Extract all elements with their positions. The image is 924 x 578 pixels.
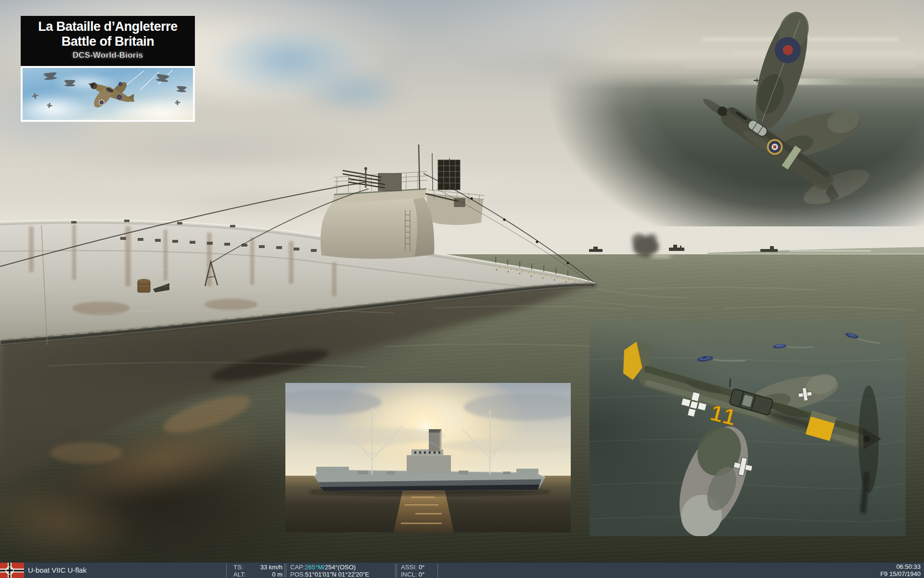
mission-time: 06:50:33 (880, 563, 921, 570)
clock-block: 06:50:33 F9 15/07/1940 (880, 563, 921, 578)
port-wing (745, 7, 818, 135)
spitfire-aircraft (544, 0, 924, 226)
banner-title-french: La Bataille d’Angleterre (21, 16, 195, 34)
ts-value: 33 km/h (260, 564, 282, 571)
alt-value: 0 m (272, 571, 282, 578)
spinner (718, 106, 727, 116)
telemetry-cluster: TS:33 km/h ALT:0 m CAP:265°M/254°(OSO) P… (226, 563, 438, 578)
alt-label: ALT: (233, 571, 245, 578)
cap-magnetic-value: 265°M/ (305, 564, 324, 571)
painting-aircraft (23, 68, 193, 118)
conning-tower (321, 144, 484, 259)
heading-position-column: CAP:265°M/254°(OSO) POS:51°01'01"N 01°22… (286, 563, 395, 578)
spitfire-inset-image (544, 0, 924, 226)
roundel-red (783, 45, 793, 55)
incl-value: 0° (419, 571, 424, 578)
bf109-inset-image: 11 (590, 321, 906, 536)
cargo-ship-inset-image (285, 383, 571, 532)
mission-date: 15/07/1940 (889, 570, 921, 578)
painting-spitfire (81, 68, 140, 118)
incl-label: INCL: (401, 571, 417, 578)
assi-label: ASSI: (401, 564, 417, 571)
kriegsmarine-flag-icon (0, 563, 24, 578)
radar-antenna (438, 160, 460, 190)
view-mode: F9 (880, 570, 887, 578)
cap-true-value: 254°(OSO) (325, 564, 356, 571)
cargo-ship-scene (285, 383, 571, 532)
u-boat (0, 144, 596, 345)
banner-subtitle: DCS-World-Bioris (21, 51, 195, 60)
divider (437, 564, 438, 578)
banner-painting (23, 68, 193, 120)
unit-name-label: U-boat VIIC U-flak (28, 563, 87, 578)
ts-label: TS: (233, 564, 243, 571)
banner-title-block: La Bataille d’Angleterre Battle of Brita… (21, 16, 195, 66)
fuselage-roundel (767, 139, 783, 155)
cap-label: CAP: (290, 564, 305, 571)
mission-banner: La Bataille d’Angleterre Battle of Brita… (21, 16, 195, 122)
shell-smoke (632, 234, 672, 258)
bf109-scene: 11 (590, 321, 906, 536)
banner-art-frame (21, 66, 195, 122)
banner-title-english: Battle of Britain (21, 34, 195, 49)
oil-sheen (51, 442, 123, 463)
status-bar: U-boat VIIC U-flak TS:33 km/h ALT:0 m CA… (0, 562, 924, 578)
distant-convoy-ships (389, 245, 778, 252)
white-cliffs (789, 250, 871, 252)
attitude-column: ASSI: 0° INCL: 0° (397, 563, 437, 578)
pos-value: 51°01'01"N 01°22'20"E (305, 571, 369, 578)
pos-label: POS: (290, 571, 305, 578)
speed-altitude-column: TS:33 km/h ALT:0 m (227, 563, 284, 578)
